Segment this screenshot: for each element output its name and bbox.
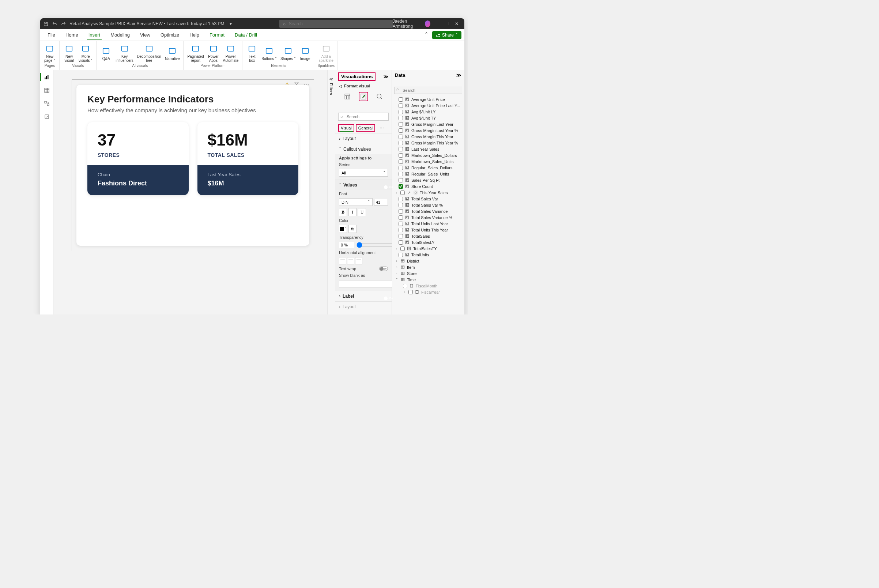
field-checkbox[interactable] (399, 128, 403, 133)
expand-right-icon[interactable]: ≫ (456, 72, 462, 78)
align-center-button[interactable] (347, 257, 354, 264)
menu-format[interactable]: Format (205, 30, 229, 40)
user-account[interactable]: Jaeden Armstrong (393, 19, 430, 29)
field-row[interactable]: ›FiscalYear (392, 289, 464, 295)
analytics-tab-icon[interactable] (375, 92, 384, 101)
field-checkbox[interactable] (399, 253, 403, 257)
field-row[interactable]: Total Units Last Year (392, 220, 464, 227)
field-row[interactable]: Total Sales Variance % (392, 214, 464, 220)
visual-tab[interactable]: Visual (338, 124, 354, 132)
chevron-left-icon[interactable]: ◁ (339, 84, 342, 88)
expand-icon[interactable]: › (395, 191, 399, 195)
field-checkbox[interactable] (399, 215, 403, 220)
field-checkbox[interactable] (399, 153, 403, 158)
title-dropdown-icon[interactable]: ▾ (230, 21, 232, 26)
field-row[interactable]: ˅Time (392, 276, 464, 283)
field-checkbox[interactable] (399, 110, 403, 114)
field-row[interactable]: ›District (392, 258, 464, 264)
callout-values-section-header[interactable]: ˅ Callout values (335, 144, 392, 154)
field-row[interactable]: Avg $/Unit LY (392, 109, 464, 115)
values-section-header[interactable]: ˅ Values On (335, 180, 392, 190)
field-checkbox[interactable] (399, 197, 403, 201)
expand-icon[interactable]: › (395, 272, 399, 275)
menu-home[interactable]: Home (61, 30, 82, 40)
field-checkbox[interactable] (399, 147, 403, 152)
field-checkbox[interactable] (399, 178, 403, 183)
field-checkbox[interactable] (399, 209, 403, 213)
expand-icon[interactable]: › (403, 290, 406, 294)
field-row[interactable]: Gross Margin This Year % (392, 140, 464, 146)
font-size-input[interactable] (374, 199, 388, 206)
general-tab[interactable]: General (356, 124, 375, 132)
field-row[interactable]: Gross Margin Last Year % (392, 127, 464, 134)
ribbon-power-apps[interactable]: PowerApps (206, 42, 221, 64)
expand-right-icon[interactable]: ≫ (384, 74, 388, 80)
color-fx-button[interactable]: fx (348, 225, 357, 233)
field-checkbox[interactable] (399, 203, 403, 207)
italic-button[interactable]: I (348, 208, 357, 216)
share-button[interactable]: Share ˅ (432, 31, 462, 39)
field-checkbox[interactable] (399, 166, 403, 170)
label-section-header[interactable]: › Label On (335, 291, 392, 302)
field-checkbox[interactable] (399, 184, 403, 189)
ribbon-more-visuals[interactable]: Morevisuals ˅ (77, 42, 94, 64)
ribbon-image[interactable]: Image (298, 42, 313, 64)
align-right-button[interactable] (355, 257, 362, 264)
ribbon-text-box[interactable]: Textbox (244, 42, 259, 64)
field-row[interactable]: ›↗This Year Sales (392, 189, 464, 196)
field-row[interactable]: Gross Margin This Year (392, 134, 464, 140)
field-checkbox[interactable] (400, 246, 405, 251)
menu-file[interactable]: File (43, 30, 60, 40)
ribbon-key-influencers[interactable]: Keyinfluencers (114, 42, 135, 64)
field-checkbox[interactable] (403, 284, 407, 288)
report-view-icon[interactable] (43, 73, 51, 81)
field-row[interactable]: ›Item (392, 264, 464, 270)
data-search-input[interactable] (394, 87, 462, 94)
format-search-input[interactable] (338, 112, 388, 121)
menu-modeling[interactable]: Modeling (106, 30, 134, 40)
field-row[interactable]: Average Unit Price (392, 96, 464, 102)
titlebar-search-input[interactable] (279, 20, 393, 28)
showblank-input[interactable] (339, 280, 394, 287)
field-row[interactable]: Markdown_Sales_Dollars (392, 152, 464, 158)
field-row[interactable]: TotalSales (392, 233, 464, 239)
field-checkbox[interactable] (399, 104, 403, 108)
format-visual-tab-icon[interactable] (359, 92, 368, 101)
ribbon-power-automate[interactable]: PowerAutomate (222, 42, 240, 64)
model-view-icon[interactable] (43, 99, 51, 108)
field-row[interactable]: Last Year Sales (392, 146, 464, 152)
ribbon-new-page[interactable]: Newpage ˅ (42, 42, 57, 64)
table-view-icon[interactable] (43, 86, 51, 94)
menu-view[interactable]: View (136, 30, 154, 40)
field-row[interactable]: Store Count (392, 183, 464, 189)
layout-section-header[interactable]: › Layout (335, 134, 392, 144)
field-checkbox[interactable] (399, 141, 403, 145)
field-row[interactable]: TotalSalesLY (392, 239, 464, 245)
expand-icon[interactable]: › (395, 266, 399, 269)
field-checkbox[interactable] (399, 234, 403, 238)
field-row[interactable]: TotalUnits (392, 252, 464, 258)
more-options-icon[interactable]: ⋯ (380, 125, 384, 130)
field-row[interactable]: Avg $/Unit TY (392, 115, 464, 121)
field-row[interactable]: Sales Per Sq Ft (392, 177, 464, 183)
ribbon-narrative[interactable]: Narrative (164, 42, 182, 64)
ribbon-shapes[interactable]: Shapes ˅ (279, 42, 297, 64)
ribbon-new-visual[interactable]: Newvisual (62, 42, 76, 64)
field-checkbox[interactable] (399, 135, 403, 139)
ribbon-collapse-icon[interactable]: ˄ (425, 32, 428, 38)
underline-button[interactable]: U (358, 208, 366, 216)
series-select[interactable]: All ˅ (339, 169, 388, 177)
menu-insert[interactable]: Insert (84, 30, 105, 40)
ribbon-paginated-report[interactable]: Paginatedreport (186, 42, 205, 64)
field-checkbox[interactable] (408, 290, 413, 294)
field-row[interactable]: ›TotalSalesTY (392, 245, 464, 252)
field-row[interactable]: FiscalMonth (392, 283, 464, 289)
field-row[interactable]: Markdown_Sales_Units (392, 158, 464, 165)
field-row[interactable]: Regular_Sales_Units (392, 171, 464, 177)
field-checkbox[interactable] (399, 228, 403, 232)
ribbon-buttons[interactable]: Buttons ˅ (260, 42, 278, 64)
ribbon-q&a[interactable]: Q&A (99, 42, 113, 64)
field-checkbox[interactable] (399, 172, 403, 176)
minimize-icon[interactable]: ─ (433, 18, 443, 29)
report-canvas[interactable]: ⚠ ⋯ Key Performance Indicators How effec… (53, 70, 327, 315)
